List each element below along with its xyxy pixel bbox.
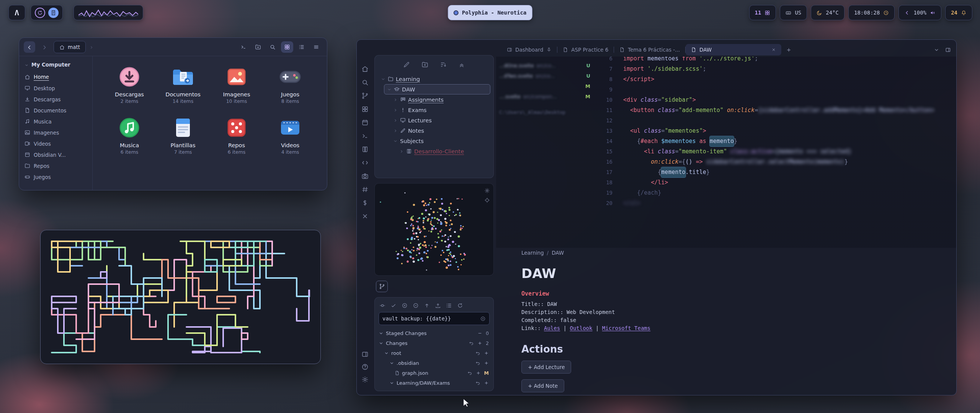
ribbon-camera-button[interactable]	[361, 172, 369, 180]
code-editor[interactable]: 6import mementoes from '../../store.js';…	[595, 57, 956, 248]
fm-sidebar-item-imagenes[interactable]: Imagenes	[24, 127, 89, 138]
ribbon-grid-button[interactable]	[361, 105, 369, 113]
commit-message-field[interactable]	[379, 312, 490, 325]
sidebar-section-title[interactable]: My Computer	[24, 62, 89, 68]
ribbon-layout-button[interactable]	[361, 350, 369, 358]
clock-widget[interactable]: 18:08:28	[848, 5, 895, 20]
tab-asp-practice-6[interactable]: ASP Practice 6	[557, 44, 614, 55]
git-commit-button[interactable]	[379, 301, 385, 309]
breadcrumb-daw[interactable]: DAW	[552, 250, 564, 256]
tree-item-assignments[interactable]: Assignments	[390, 94, 490, 105]
weather-widget[interactable]: 24°C	[811, 5, 844, 20]
folder-imagenes[interactable]: Imagenes 10 items	[210, 65, 263, 104]
ribbon-dollar-button[interactable]	[361, 199, 369, 206]
git-row-changes[interactable]: Changes2	[379, 338, 490, 348]
fm-sidebar-item-repos[interactable]: Repos	[24, 160, 89, 171]
scm-file-row[interactable]: ....sveltesrc/compon... M	[499, 91, 595, 102]
tab-close-button[interactable]	[771, 47, 776, 52]
folder-documentos[interactable]: Documentos 14 items	[156, 65, 210, 104]
fm-sidebar-item-juegos[interactable]: Juegos	[24, 171, 89, 182]
tree-item-subjects[interactable]: Subjects	[390, 136, 490, 146]
notes-button[interactable]	[48, 8, 59, 18]
graph-settings-button[interactable]	[484, 187, 490, 194]
explorer-new-note-button[interactable]	[403, 60, 410, 68]
fm-tool-list[interactable]	[296, 41, 308, 53]
ribbon-hash-button[interactable]	[361, 185, 369, 193]
fm-sidebar-item-descargas[interactable]: Descargas	[24, 94, 89, 105]
fm-sidebar-item-desktop[interactable]: Desktop	[24, 83, 89, 94]
git-row-learning-daw-exams[interactable]: Learning/DAW/Exams	[379, 378, 490, 388]
git-upload-button[interactable]	[435, 301, 441, 309]
ribbon-close-button[interactable]	[361, 212, 369, 220]
tab-list-button[interactable]	[934, 47, 939, 53]
breadcrumb-learning[interactable]: Learning	[521, 250, 544, 256]
tree-item-notes[interactable]: Notes	[390, 125, 490, 136]
launcher-button[interactable]: Λ	[8, 5, 25, 20]
tree-item-daw[interactable]: DAW	[384, 84, 490, 94]
update-button[interactable]	[35, 8, 45, 18]
git-row-obsidian[interactable]: .obsidian	[379, 358, 490, 368]
ribbon-search-button[interactable]	[361, 78, 369, 86]
graph-canvas[interactable]	[375, 184, 493, 275]
fm-sidebar-item-obsidian-v[interactable]: Obsidian V...	[24, 149, 89, 160]
ribbon-git-branch-button[interactable]	[361, 92, 369, 99]
tab-tema-6-pr-cticas[interactable]: Tema 6 Prácticas -...	[614, 44, 685, 55]
fm-tool-grid[interactable]	[281, 41, 293, 53]
action-button-add-note[interactable]: + Add Note	[521, 379, 564, 392]
folder-repos[interactable]: Repos 6 items	[210, 115, 263, 155]
fm-tool-search[interactable]	[266, 41, 279, 53]
tab-daw[interactable]: DAW	[686, 44, 781, 55]
fm-tool-terminal[interactable]	[237, 41, 250, 53]
toggle-right-sidebar-button[interactable]	[945, 47, 951, 53]
tree-item-desarrollo-cliente[interactable]: Desarrollo-Cliente	[396, 146, 490, 156]
system-graph-widget[interactable]	[74, 5, 143, 20]
fm-sidebar-item-musica[interactable]: Musica	[24, 116, 89, 127]
fm-sidebar-item-videos[interactable]: Videos	[24, 138, 89, 149]
ribbon-code-button[interactable]	[361, 159, 369, 166]
tree-item-lectures[interactable]: Lectures	[390, 115, 490, 125]
git-minus-circle-button[interactable]	[413, 301, 419, 309]
folder-musica[interactable]: Musica 6 items	[103, 115, 156, 155]
git-check-button[interactable]	[390, 301, 397, 309]
ribbon-terminal-button[interactable]	[361, 132, 369, 140]
git-row-graph-json[interactable]: graph.jsonM	[379, 368, 490, 378]
back-button[interactable]	[24, 41, 35, 53]
ribbon-gear-button[interactable]	[361, 376, 369, 383]
scm-file-row[interactable]: ...dOne.sveltesrc/co... U	[499, 60, 595, 71]
folder-plantillas[interactable]: Plantillas 7 items	[156, 115, 210, 155]
note-link-outlook[interactable]: Outlook	[570, 325, 592, 331]
explorer-collapse-button[interactable]	[458, 60, 465, 68]
ribbon-calendar-button[interactable]	[361, 119, 369, 126]
note-link-aules[interactable]: Aules	[544, 325, 560, 331]
git-list-button[interactable]	[446, 301, 452, 309]
ribbon-home-button[interactable]	[361, 65, 369, 73]
git-row-staged-changes[interactable]: Staged Changes0	[379, 328, 490, 338]
scm-file-row[interactable]: ...dTwo.sveltesrc/co... U	[499, 71, 595, 81]
git-row-root[interactable]: root	[379, 348, 490, 358]
forward-button[interactable]	[39, 41, 50, 53]
workspace-widget[interactable]: 11	[749, 5, 776, 20]
git-refresh-button[interactable]	[457, 301, 463, 309]
folder-juegos[interactable]: Juegos 8 items	[263, 65, 317, 104]
tab-dashboard[interactable]: Dashboard	[501, 44, 557, 55]
notifications-widget[interactable]: 24	[945, 5, 972, 20]
new-tab-button[interactable]	[786, 47, 792, 53]
action-button-add-lecture[interactable]: + Add Lecture	[521, 361, 571, 374]
breadcrumb[interactable]: matt	[54, 41, 86, 53]
note-link-microsoft-teams[interactable]: Microsoft Teams	[602, 325, 650, 331]
scm-file-row[interactable]: M	[499, 81, 595, 91]
tree-item-exams[interactable]: Exams	[390, 105, 490, 115]
ribbon-help-button[interactable]	[361, 363, 369, 371]
clear-message-button[interactable]	[480, 316, 486, 322]
tree-item-learning[interactable]: Learning	[378, 74, 490, 84]
ribbon-book-button[interactable]	[361, 145, 369, 153]
fm-sidebar-item-home[interactable]: Home	[24, 72, 89, 83]
commit-message-input[interactable]	[382, 315, 477, 322]
git-view-button[interactable]	[376, 281, 388, 292]
folder-videos[interactable]: Videos 4 items	[263, 115, 317, 155]
now-playing-widget[interactable]: Polyphia - Neurotica	[448, 5, 532, 20]
git-arrow-up-button[interactable]	[424, 301, 430, 309]
volume-widget[interactable]: 100%	[898, 5, 941, 20]
folder-descargas[interactable]: Descargas 2 items	[103, 65, 156, 104]
fm-tool-menu[interactable]	[310, 41, 322, 53]
